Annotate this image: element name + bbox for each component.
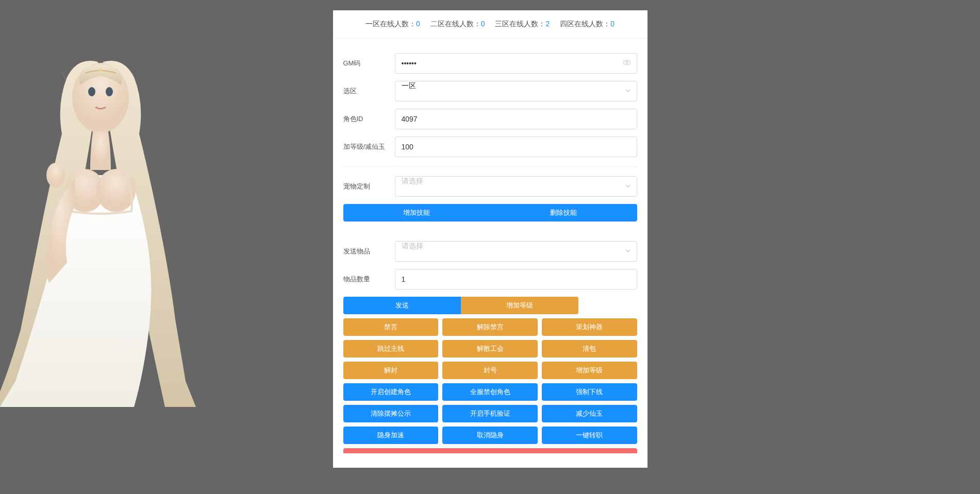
send-button[interactable]: 发送 [343,297,461,314]
zone3-count: 三区在线人数：2 [495,20,550,29]
item-qty-input[interactable] [395,269,637,289]
enable-create-role-button[interactable]: 开启创建角色 [343,383,439,401]
svg-point-8 [626,62,628,64]
svg-point-4 [96,169,136,212]
mute-button[interactable]: 禁言 [343,318,439,336]
pet-select[interactable]: 请选择 [395,176,637,197]
role-id-label: 角色ID [343,114,395,124]
clear-bag-button[interactable]: 清包 [542,340,637,357]
svg-point-1 [88,87,95,96]
skip-mainline-button[interactable]: 跳过主线 [343,340,439,357]
force-offline-button[interactable]: 强制下线 [542,383,637,401]
svg-point-6 [99,69,102,72]
disable-create-role-button[interactable]: 全服禁创角色 [442,383,538,401]
stealth-speed-button[interactable]: 隐身加速 [343,427,439,444]
gm-code-input[interactable] [395,53,637,74]
clear-stall-notice-button[interactable]: 清除摆摊公示 [343,405,439,422]
zone1-count: 一区在线人数：0 [366,20,420,29]
ban-button[interactable]: 封号 [442,362,538,379]
gm-code-label: GM码 [343,59,395,68]
zone-label: 选区 [343,87,395,96]
online-count-header: 一区在线人数：0 二区在线人数：0 三区在线人数：2 四区在线人数：0 [333,10,647,39]
main-panel: 一区在线人数：0 二区在线人数：0 三区在线人数：2 四区在线人数：0 GM码 … [333,10,647,468]
divider [343,166,637,167]
zone4-count: 四区在线人数：0 [560,20,614,29]
character-image [0,31,196,407]
unmute-button[interactable]: 解除禁言 [442,318,538,336]
pet-label: 宠物定制 [343,182,395,191]
role-id-input[interactable] [395,109,637,129]
delete-skill-button[interactable]: 删除技能 [490,204,637,222]
send-item-label: 发送物品 [343,247,395,256]
send-item-select[interactable]: 请选择 [395,241,637,262]
svg-point-0 [72,63,129,133]
eye-icon[interactable] [623,59,631,69]
zone2-count: 二区在线人数：0 [430,20,485,29]
reduce-xianyu-button[interactable]: 减少仙玉 [542,405,637,422]
svg-point-2 [106,87,113,96]
unban-button[interactable]: 解封 [343,362,439,379]
planner-artifact-button[interactable]: 策划神器 [542,318,637,336]
cancel-stealth-button[interactable]: 取消隐身 [442,427,538,444]
svg-point-5 [46,163,65,188]
zone-select[interactable]: 一区 [395,81,637,101]
add-skill-button[interactable]: 增加技能 [343,204,490,222]
disband-guild-button[interactable]: 解散工会 [442,340,538,357]
danger-button[interactable] [343,448,637,453]
item-qty-label: 物品数量 [343,275,395,284]
svg-point-3 [65,169,105,212]
level-up-button[interactable]: 增加等级 [461,297,578,314]
reclass-button[interactable]: 一键转职 [542,427,637,444]
enable-phone-verify-button[interactable]: 开启手机验证 [442,405,538,422]
level-label: 加等级/减仙玉 [343,142,395,151]
add-level-button[interactable]: 增加等级 [542,362,637,379]
level-input[interactable] [395,137,637,157]
svg-point-7 [623,61,630,65]
